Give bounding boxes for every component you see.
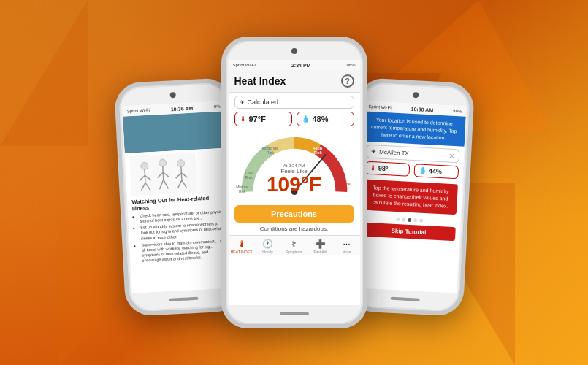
help-button[interactable]: ? [341,74,354,88]
svg-text:Risk: Risk [340,186,347,190]
red-info-box[interactable]: Tap the temperature and humidity boxes t… [362,180,457,215]
header-image-svg: Precautions [123,111,226,153]
dot-5 [419,218,422,222]
left-bullets: Check heart rate, temperature, or other … [132,210,228,264]
heat-index-icon: 🌡 [237,239,246,249]
left-camera [169,92,175,98]
svg-text:High: High [313,146,322,150]
right-temperature-box[interactable]: 🌡 98° [364,161,410,177]
clear-location-icon[interactable]: ✕ [448,152,454,160]
center-time: 2:34 PM [291,63,310,68]
svg-rect-0 [123,111,226,153]
skip-tutorial-button[interactable]: Skip Tutorial [362,222,456,241]
center-camera [291,48,297,54]
nav-symptoms-label: Symptoms [286,250,303,254]
location-value: McAllen TX [378,149,408,157]
humidity-value: 48% [313,115,329,123]
right-screen: Sprint Wi-Fi 10:30 AM 98% Your location … [354,101,466,293]
heat-gauge: Low Risk Moderate Risk High Risk Minimal… [234,129,354,202]
location-pin-icon: ✈ [370,148,375,155]
center-screen: Sprint Wi-Fi 2:34 PM 98% Heat Index ? ✈ … [229,60,360,305]
svg-text:Extreme: Extreme [337,182,350,186]
right-temperature-value: 98° [378,165,388,173]
svg-text:Moderate: Moderate [261,146,278,150]
mode-label: Calculated [248,99,279,106]
feels-like-temp: 109°F [251,174,338,195]
center-content: Heat Index ? ✈ Calculated 🌡 97°F [229,70,360,305]
bullet-3: Supervisors should maintain communicati.… [141,238,228,264]
calculated-row[interactable]: ✈ Calculated [234,96,354,109]
svg-text:Precautions: Precautions [129,141,167,150]
dot-3 [407,218,411,222]
precautions-button[interactable]: Precautions [234,205,354,223]
location-row[interactable]: ✈ McAllen TX ✕ [365,145,459,164]
red-info-text: Tap the temperature and humidity boxes t… [372,185,448,209]
blue-info-box[interactable]: Your location is used to determine curre… [362,111,465,147]
nav-more-label: More [343,250,351,254]
worker-illustration [129,153,196,196]
left-text-content: Watching Out for Heat-related Illness Ch… [124,147,234,293]
right-thermometer-icon: 🌡 [369,164,376,172]
nav-symptoms[interactable]: ⚕ Symptoms [281,239,308,254]
nav-hourly[interactable]: 🕐 Hourly [255,239,281,254]
center-speaker [280,312,309,315]
center-phone: Sprint Wi-Fi 2:34 PM 98% Heat Index ? ✈ … [221,36,367,328]
left-carrier: Sprint Wi-Fi [126,108,150,114]
symptoms-icon: ⚕ [291,239,297,249]
right-carrier: Sprint Wi-Fi [368,104,392,110]
svg-text:Risk: Risk [266,150,274,155]
center-battery: 98% [346,63,355,67]
blue-info-text: Your location is used to determine curre… [370,117,457,140]
nav-heat-index[interactable]: 🌡 HEAT INDEX [229,239,255,254]
nav-first-aid[interactable]: ➕ First Aid [308,239,334,254]
right-humidity-box[interactable]: 💧 44% [413,164,459,180]
conditions-text: Conditions are hazardous. [229,226,360,232]
feels-like-display: At 2:34 PM Feels Like 109°F [251,164,338,195]
nav-heat-index-label: HEAT INDEX [231,250,253,254]
right-humidity-icon: 💧 [418,167,427,175]
more-icon: ··· [343,239,350,249]
left-screen: Sprint Wi-Fi 10:36 AM 9% Precautions [122,101,234,293]
right-time: 10:30 AM [411,106,433,112]
left-time: 10:36 AM [170,105,193,112]
dot-4 [413,218,416,222]
left-battery: 9% [213,104,220,109]
temp-humidity-row: 🌡 97°F 💧 48% [234,112,354,126]
center-header: Heat Index ? [229,70,360,93]
humidity-icon: 💧 [302,115,310,123]
left-header-image: Precautions [123,111,226,153]
center-title: Heat Index [234,75,286,87]
location-icon: ✈ [240,99,245,106]
svg-text:Risk: Risk [313,150,321,155]
bottom-nav: 🌡 HEAT INDEX 🕐 Hourly ⚕ Symptoms ➕ First… [229,235,360,256]
svg-text:Minimal: Minimal [236,185,248,189]
right-temp-humidity-row: 🌡 98° 💧 44% [364,161,459,180]
left-speaker [169,297,198,301]
hourly-icon: 🕐 [262,239,273,249]
temperature-box[interactable]: 🌡 97°F [234,112,292,126]
right-battery: 98% [453,109,462,114]
phones-container: Sprint Wi-Fi 10:36 AM 9% Precautions [0,0,588,365]
nav-more[interactable]: ··· More [334,239,360,254]
right-content: Your location is used to determine curre… [354,111,465,293]
humidity-box[interactable]: 💧 48% [297,112,354,126]
center-carrier: Sprint Wi-Fi [233,63,256,67]
first-aid-icon: ➕ [315,239,326,249]
center-status-bar: Sprint Wi-Fi 2:34 PM 98% [229,60,360,70]
left-content: Precautions [123,111,234,293]
nav-hourly-label: Hourly [262,250,272,254]
nav-first-aid-label: First Aid [313,250,327,254]
temperature-value: 97°F [249,115,266,123]
right-camera [413,92,419,98]
thermometer-icon: 🌡 [240,115,246,123]
dot-2 [401,218,405,221]
dot-1 [395,218,399,221]
svg-text:Risk: Risk [238,190,245,193]
right-speaker [390,297,419,301]
right-humidity-value: 44% [428,168,442,176]
